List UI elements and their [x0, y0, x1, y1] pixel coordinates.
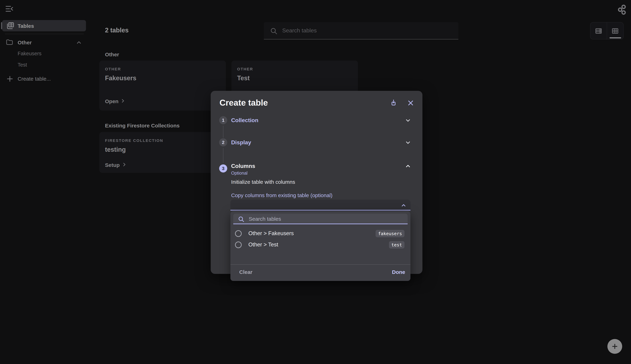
option-label: Other > Fakeusers — [248, 230, 376, 236]
dropdown-search-field — [233, 214, 408, 224]
dropdown-search-input[interactable] — [249, 214, 404, 224]
modal-title: Create table — [219, 98, 268, 108]
chevron-up-icon — [401, 203, 406, 209]
copy-columns-select[interactable] — [230, 200, 410, 210]
dropdown-option-fakeusers[interactable]: Other > Fakeusers fakeusers — [230, 228, 410, 239]
radio-unchecked-icon[interactable] — [235, 241, 242, 248]
table-select-dropdown: Other > Fakeusers fakeusers Other > Test… — [230, 211, 410, 281]
search-icon — [238, 216, 244, 224]
step-label: Columns — [231, 163, 255, 169]
step-number-badge: 2 — [219, 138, 227, 146]
step-label: Display — [231, 140, 251, 146]
import-icon — [390, 99, 397, 107]
chevron-up-icon — [405, 163, 411, 169]
step-number-badge: 3 — [219, 164, 227, 172]
columns-step-description: Initialize table with columns — [231, 179, 295, 185]
step-display[interactable]: 2 Display — [211, 138, 422, 147]
dropdown-footer: Clear Done — [230, 265, 410, 281]
step-sublabel: Optional — [231, 171, 247, 176]
option-label: Other > Test — [248, 242, 389, 248]
dropdown-option-test[interactable]: Other > Test test — [230, 239, 410, 250]
step-collection[interactable]: 1 Collection — [211, 116, 422, 124]
app-root: Tables Other Fakeusers Test — [0, 0, 631, 364]
expand-step-button[interactable] — [405, 140, 411, 146]
collapse-step-button[interactable] — [405, 163, 411, 170]
step-label: Collection — [231, 117, 258, 124]
done-button[interactable]: Done — [392, 269, 405, 275]
step-columns[interactable]: 3 Columns Optional — [211, 163, 422, 176]
expand-step-button[interactable] — [405, 118, 411, 124]
collection-code-chip: fakeusers — [376, 230, 405, 237]
collection-code-chip: test — [389, 241, 405, 248]
copy-columns-field-label: Copy columns from existing table (option… — [231, 192, 333, 198]
step-connector — [223, 148, 223, 163]
close-icon — [407, 100, 414, 106]
close-button[interactable] — [405, 97, 416, 109]
chevron-down-icon — [405, 140, 411, 146]
step-connector — [223, 126, 223, 138]
chevron-down-icon — [405, 118, 411, 123]
import-button[interactable] — [388, 97, 400, 109]
step-number-badge: 1 — [219, 116, 227, 124]
clear-button[interactable]: Clear — [239, 269, 252, 275]
radio-unchecked-icon[interactable] — [235, 230, 242, 237]
